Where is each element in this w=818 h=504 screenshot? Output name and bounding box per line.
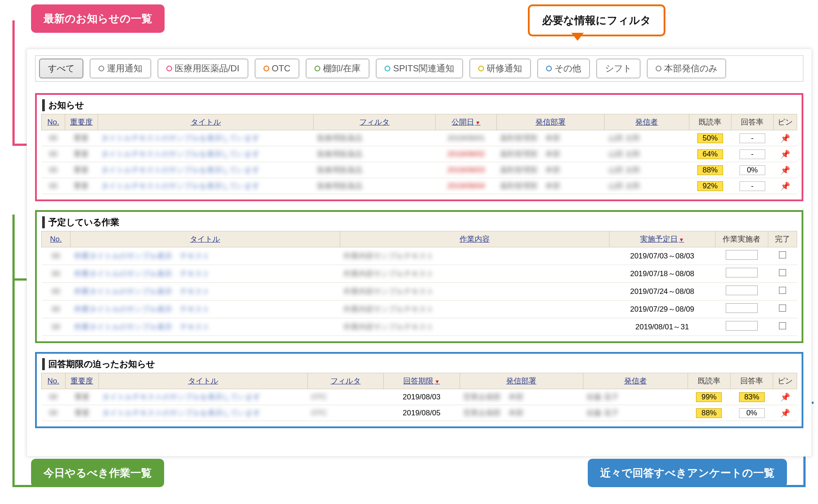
- col-due[interactable]: 回答期限▼: [384, 373, 460, 389]
- blurred-text: 作業内容サンプルテキスト: [343, 270, 434, 278]
- cell-ansrate: 0%: [730, 405, 773, 421]
- col-no[interactable]: No.: [42, 231, 71, 247]
- deadline-table: No. 重要度 タイトル フィルタ 回答期限▼ 発信部署 発信者 既読率 回答率…: [41, 373, 797, 421]
- col-sender[interactable]: 発信者: [583, 373, 688, 389]
- filter-tab-label: 棚卸/在庫: [323, 63, 361, 74]
- col-readrate[interactable]: 既読率: [688, 373, 730, 389]
- pin-icon[interactable]: 📌: [780, 134, 790, 143]
- filter-tab-other[interactable]: その他: [537, 59, 590, 78]
- col-pin[interactable]: ピン: [774, 114, 797, 130]
- done-checkbox[interactable]: [779, 322, 786, 329]
- table-row[interactable]: 00作業タイトルのサンプル表示 テキスト作業内容サンプルテキスト2019/07/…: [42, 265, 797, 283]
- cell-title[interactable]: タイトルテキストのサンプルを表示しています: [98, 162, 314, 178]
- col-sender[interactable]: 発信者: [605, 114, 689, 130]
- col-ansrate[interactable]: 回答率: [731, 114, 773, 130]
- worker-input[interactable]: [726, 321, 758, 331]
- filter-tab-medical[interactable]: 医療用医薬品/DI: [157, 59, 248, 78]
- blurred-text: 重要: [74, 134, 89, 142]
- table-row[interactable]: 00重要タイトルテキストのサンプルを表示しています医療用医薬品2019/08/0…: [42, 162, 797, 178]
- table-row[interactable]: 00作業タイトルのサンプル表示 テキスト作業内容サンプルテキスト2019/07/…: [42, 247, 797, 265]
- cell-sender: 佐藤 花子: [583, 405, 688, 421]
- col-no[interactable]: No.: [42, 373, 66, 389]
- table-row[interactable]: 00重要タイトルテキストのサンプルを表示しています医療用医薬品2019/08/0…: [42, 130, 797, 146]
- cell-importance: 重要: [65, 405, 98, 421]
- blurred-text: OTC: [311, 393, 327, 401]
- cell-title[interactable]: タイトルテキストのサンプルを表示しています: [98, 405, 307, 421]
- filter-tab-operation[interactable]: 運用通知: [90, 59, 151, 78]
- cell-dept: 営業企画部 本部: [460, 405, 583, 421]
- read-rate-badge: 99%: [696, 392, 722, 402]
- cell-dept: 薬剤管理部 本部: [496, 178, 604, 194]
- table-row[interactable]: 00重要タイトルテキストのサンプルを表示していますOTC2019/08/03営業…: [42, 389, 797, 405]
- col-importance[interactable]: 重要度: [65, 373, 98, 389]
- cell-sender: 佐藤 花子: [583, 389, 688, 405]
- cell-worker: [715, 318, 768, 336]
- cell-title[interactable]: 作業タイトルのサンプル表示 テキスト: [71, 301, 340, 318]
- col-filter[interactable]: フィルタ: [307, 373, 383, 389]
- pin-icon[interactable]: 📌: [780, 166, 790, 175]
- cell-title[interactable]: 作業タイトルのサンプル表示 テキスト: [71, 247, 340, 265]
- blurred-text: タイトルテキストのサンプルを表示しています: [101, 134, 260, 142]
- col-worker[interactable]: 作業実施者: [715, 231, 768, 247]
- col-pubdate[interactable]: 公開日▼: [436, 114, 497, 130]
- filter-tab-hq-only[interactable]: 本部発信のみ: [647, 59, 726, 78]
- col-ansrate[interactable]: 回答率: [730, 373, 773, 389]
- cell-title[interactable]: タイトルテキストのサンプルを表示しています: [98, 146, 314, 162]
- table-row[interactable]: 00重要タイトルテキストのサンプルを表示しています医療用医薬品2019/08/0…: [42, 146, 797, 162]
- pin-icon[interactable]: 📌: [780, 393, 790, 402]
- filter-tab-training[interactable]: 研修通知: [469, 59, 531, 78]
- worker-input[interactable]: [726, 303, 758, 313]
- table-row[interactable]: 00重要タイトルテキストのサンプルを表示しています医療用医薬品2019/08/0…: [42, 178, 797, 194]
- col-dept[interactable]: 発信部署: [460, 373, 583, 389]
- pin-icon[interactable]: 📌: [780, 150, 790, 159]
- col-importance[interactable]: 重要度: [65, 114, 98, 130]
- worker-input[interactable]: [726, 285, 758, 295]
- cell-title[interactable]: 作業タイトルのサンプル表示 テキスト: [71, 318, 340, 336]
- cell-title[interactable]: 作業タイトルのサンプル表示 テキスト: [71, 265, 340, 283]
- cell-content: 作業内容サンプルテキスト: [340, 318, 609, 336]
- filter-tab-all[interactable]: すべて: [39, 59, 83, 78]
- table-row[interactable]: 00作業タイトルのサンプル表示 テキスト作業内容サンプルテキスト2019/07/…: [42, 283, 797, 301]
- filter-tab-spits[interactable]: SPITS関連通知: [376, 59, 463, 78]
- col-no[interactable]: No.: [42, 114, 65, 130]
- cell-due: 2019/08/03: [384, 389, 460, 405]
- filter-tab-label: 研修通知: [487, 63, 522, 74]
- col-title[interactable]: タイトル: [71, 231, 340, 247]
- col-dept[interactable]: 発信部署: [496, 114, 604, 130]
- cell-title[interactable]: タイトルテキストのサンプルを表示しています: [98, 389, 307, 405]
- done-checkbox[interactable]: [779, 287, 786, 294]
- cell-content: 作業内容サンプルテキスト: [340, 283, 609, 301]
- filter-tab-shift[interactable]: シフト: [596, 59, 641, 78]
- cell-filter: OTC: [307, 405, 383, 421]
- blurred-text: 2019/08/01: [447, 134, 485, 142]
- table-row[interactable]: 00作業タイトルのサンプル表示 テキスト作業内容サンプルテキスト2019/07/…: [42, 301, 797, 318]
- col-done[interactable]: 完了: [768, 231, 797, 247]
- filter-tab-otc[interactable]: OTC: [255, 59, 299, 78]
- col-content[interactable]: 作業内容: [340, 231, 609, 247]
- blurred-text: 医療用医薬品: [317, 150, 362, 158]
- worker-input[interactable]: [726, 250, 758, 260]
- col-filter[interactable]: フィルタ: [314, 114, 436, 130]
- done-checkbox[interactable]: [779, 269, 786, 276]
- filter-tab-inventory[interactable]: 棚卸/在庫: [306, 59, 370, 78]
- done-checkbox[interactable]: [779, 305, 786, 312]
- cell-readrate: 88%: [688, 405, 730, 421]
- col-title[interactable]: タイトル: [98, 373, 307, 389]
- table-row[interactable]: 00作業タイトルのサンプル表示 テキスト作業内容サンプルテキスト2019/08/…: [42, 318, 797, 336]
- done-checkbox[interactable]: [779, 251, 786, 258]
- blurred-text: 00: [52, 252, 60, 260]
- col-title[interactable]: タイトル: [98, 114, 314, 130]
- pin-icon[interactable]: 📌: [780, 409, 790, 418]
- worker-input[interactable]: [726, 268, 758, 277]
- cell-title[interactable]: タイトルテキストのサンプルを表示しています: [98, 130, 314, 146]
- col-planned[interactable]: 実施予定日▼: [609, 231, 715, 247]
- cell-importance: 重要: [65, 389, 98, 405]
- col-readrate[interactable]: 既読率: [689, 114, 731, 130]
- col-planned-label: 実施予定日: [640, 235, 678, 243]
- cell-title[interactable]: 作業タイトルのサンプル表示 テキスト: [71, 283, 340, 301]
- pin-icon[interactable]: 📌: [780, 182, 790, 191]
- cell-planned: 2019/07/29～08/09: [609, 301, 715, 318]
- col-pin[interactable]: ピン: [773, 373, 797, 389]
- cell-title[interactable]: タイトルテキストのサンプルを表示しています: [98, 178, 314, 194]
- table-row[interactable]: 00重要タイトルテキストのサンプルを表示していますOTC2019/08/05営業…: [42, 405, 797, 421]
